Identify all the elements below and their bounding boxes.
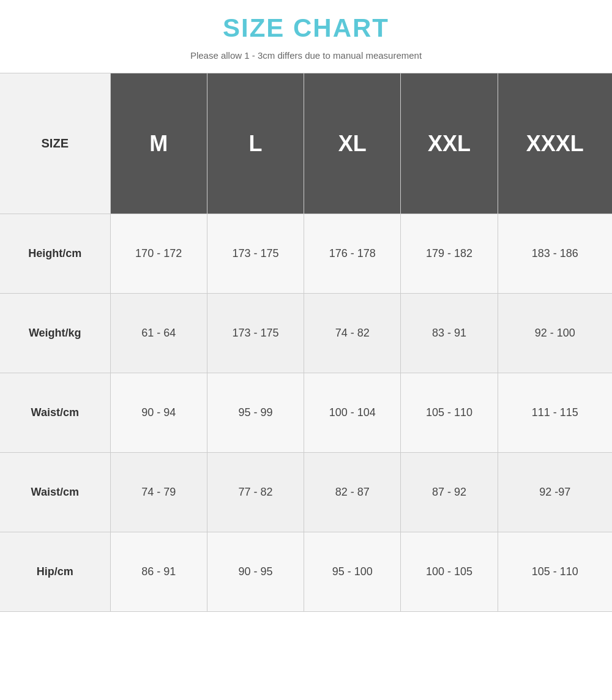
- page-title: SIZE CHART: [0, 13, 612, 43]
- cell-1-4: 92 - 100: [498, 294, 612, 373]
- cell-1-1: 173 - 175: [207, 294, 304, 373]
- size-chart-table: SIZEMLXLXXLXXXLHeight/cm170 - 172173 - 1…: [0, 73, 612, 612]
- cell-2-0: 90 - 94: [110, 373, 207, 453]
- column-header-xxl: XXL: [401, 73, 498, 214]
- cell-2-4: 111 - 115: [498, 373, 612, 453]
- table-row: Waist/cm90 - 9495 - 99100 - 104105 - 110…: [0, 373, 612, 453]
- column-header-xxxl: XXXL: [498, 73, 612, 214]
- table-row: Hip/cm86 - 9190 - 9595 - 100100 - 105105…: [0, 532, 612, 612]
- cell-4-1: 90 - 95: [207, 532, 304, 612]
- cell-3-1: 77 - 82: [207, 453, 304, 532]
- column-header-l: L: [207, 73, 304, 214]
- table-row: Weight/kg61 - 64173 - 17574 - 8283 - 919…: [0, 294, 612, 373]
- subtitle: Please allow 1 - 3cm differs due to manu…: [0, 50, 612, 61]
- table-row: Height/cm170 - 172173 - 175176 - 178179 …: [0, 214, 612, 294]
- column-header-xl: XL: [304, 73, 401, 214]
- cell-0-1: 173 - 175: [207, 214, 304, 294]
- row-label-0: Height/cm: [0, 214, 110, 294]
- size-label-header: SIZE: [0, 73, 110, 214]
- cell-2-2: 100 - 104: [304, 373, 401, 453]
- cell-3-4: 92 -97: [498, 453, 612, 532]
- cell-4-3: 100 - 105: [401, 532, 498, 612]
- row-label-1: Weight/kg: [0, 294, 110, 373]
- row-label-4: Hip/cm: [0, 532, 110, 612]
- cell-3-3: 87 - 92: [401, 453, 498, 532]
- cell-3-2: 82 - 87: [304, 453, 401, 532]
- table-row: Waist/cm74 - 7977 - 8282 - 8787 - 9292 -…: [0, 453, 612, 532]
- table-header-row: SIZEMLXLXXLXXXL: [0, 73, 612, 214]
- cell-2-3: 105 - 110: [401, 373, 498, 453]
- cell-2-1: 95 - 99: [207, 373, 304, 453]
- row-label-3: Waist/cm: [0, 453, 110, 532]
- cell-0-0: 170 - 172: [110, 214, 207, 294]
- cell-4-2: 95 - 100: [304, 532, 401, 612]
- cell-1-2: 74 - 82: [304, 294, 401, 373]
- cell-0-2: 176 - 178: [304, 214, 401, 294]
- cell-4-0: 86 - 91: [110, 532, 207, 612]
- header-section: SIZE CHART Please allow 1 - 3cm differs …: [0, 13, 612, 73]
- cell-3-0: 74 - 79: [110, 453, 207, 532]
- page-container: SIZE CHART Please allow 1 - 3cm differs …: [0, 0, 612, 612]
- cell-1-0: 61 - 64: [110, 294, 207, 373]
- column-header-m: M: [110, 73, 207, 214]
- row-label-2: Waist/cm: [0, 373, 110, 453]
- cell-0-4: 183 - 186: [498, 214, 612, 294]
- cell-4-4: 105 - 110: [498, 532, 612, 612]
- cell-1-3: 83 - 91: [401, 294, 498, 373]
- cell-0-3: 179 - 182: [401, 214, 498, 294]
